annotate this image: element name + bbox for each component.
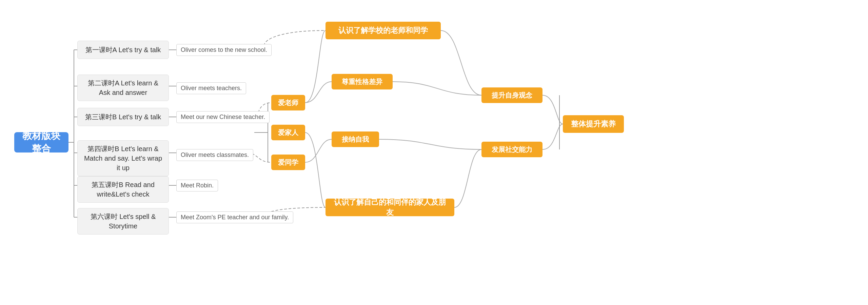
love-family-node: 爱家人 [271, 125, 305, 140]
accept-self-node: 接纳自我 [332, 131, 379, 147]
root-node: 教材版块整合 [14, 132, 68, 152]
know-school-node: 认识了解学校的老师和同学 [326, 22, 441, 39]
improve-concept-node: 提升自身观念 [481, 87, 542, 103]
develop-social-node: 发展社交能力 [481, 142, 542, 157]
know-family-node: 认识了解自己的和同伴的家人及朋友 [326, 199, 454, 216]
lesson2-node: 第二课时A Let's learn & Ask and answer [77, 75, 169, 101]
desc6-label: Meet Zoom's PE teacher and our family. [176, 211, 293, 223]
desc3-label: Meet our new Chinese teacher. [176, 111, 270, 123]
lesson5-node: 第五课时B Read and write&Let's check [77, 176, 169, 203]
desc5-label: Meet Robin. [176, 180, 218, 191]
lesson6-node: 第六课时 Let's spell & Storytime [77, 208, 169, 235]
love-teacher-node: 爱老师 [271, 95, 305, 110]
respect-diff-node: 尊重性格差异 [332, 74, 393, 89]
lesson4-node: 第四课时B Let's learn & Match and say. Let's… [77, 140, 169, 176]
desc2-label: Oliver meets teachers. [176, 82, 246, 94]
desc1-label: Oliver comes to the new school. [176, 44, 272, 56]
lesson1-node: 第一课时A Let's try & talk [77, 41, 169, 59]
overall-node: 整体提升素养 [563, 115, 624, 133]
lesson3-node: 第三课时B Let's try & talk [77, 108, 169, 126]
desc4-label: Oliver meets classmates. [176, 149, 253, 161]
love-classmate-node: 爱同学 [271, 155, 305, 170]
